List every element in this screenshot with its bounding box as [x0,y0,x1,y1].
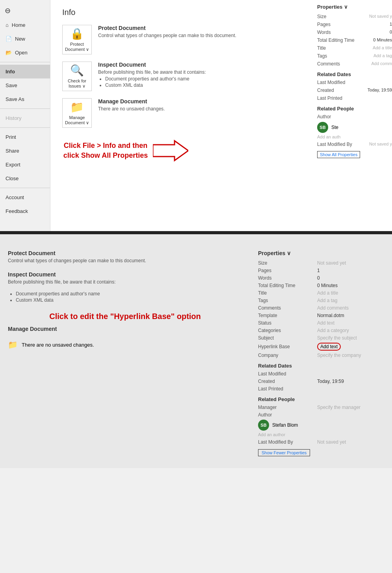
sidebar-item-save[interactable]: Save [0,78,50,92]
divider-2 [0,108,50,109]
author-name-top: Ste [331,125,338,130]
manage-button[interactable]: 📁 ManageDocument ∨ [62,98,92,128]
page-title: Info [62,8,301,17]
inspect-list: Document properties and author's name Cu… [105,76,206,88]
b-prop-size: Size Not saved yet [258,260,384,266]
prop-size: Size Not saved y [317,14,392,19]
inspect-button[interactable]: 🔍 Check forIssues ∨ [62,62,92,91]
divider-3 [0,127,50,128]
author-label-row: Author [317,114,392,119]
date-last-modified: Last Modified [317,80,392,85]
bottom-props-title: Properties ∨ [258,250,384,256]
arrow-right-top [153,139,188,162]
annotation-text-top: Click File > Info and then click Show Al… [62,141,149,161]
bottom-annotation-text: Click to edit the "Hyperlink Base" optio… [8,311,242,322]
related-people-title-top: Related People [317,106,392,112]
manage-desc: There are no unsaved changes. [98,106,165,112]
bottom-protect: Protect Document Control what types of c… [8,250,242,263]
bottom-inspect-list: Document properties and author's name Cu… [16,291,242,303]
bottom-left: Protect Document Control what types of c… [8,250,250,456]
annotation-row-top: Click File > Info and then click Show Al… [62,135,301,166]
show-all-properties-button[interactable]: Show All Properties [317,151,360,158]
b-prop-words: Words 0 [258,275,384,281]
sidebar-item-info[interactable]: Info [0,65,50,78]
bottom-section: Protect Document Control what types of c… [0,233,392,468]
prop-words: Words 0 [317,30,392,35]
inspect-row: 🔍 Check forIssues ∨ Inspect Document Bef… [62,62,301,91]
show-fewer-props-link[interactable]: Show Fewer Properties [258,447,384,456]
inspect-item-2: Custom XML data [105,82,206,88]
sidebar-item-close[interactable]: Close [0,172,50,185]
show-fewer-properties-button[interactable]: Show Fewer Properties [258,449,310,456]
sidebar-item-export[interactable]: Export [0,158,50,172]
prop-editing-time: Total Editing Time 0 Minutes [317,37,392,43]
b-prop-status: Status Add text [258,320,384,326]
manage-label: ManageDocument ∨ [65,115,89,125]
protect-button[interactable]: 🔒 ProtectDocument ∨ [62,25,92,54]
author-row-top: SB Ste [317,122,392,133]
b-prop-template: Template Normal.dotm [258,313,384,318]
author-avatar-top: SB [317,122,328,133]
date-last-printed: Last Printed [317,95,392,101]
bottom-manage-title: Manage Document [8,326,242,332]
b-prop-tags: Tags Add a tag [258,298,384,303]
sidebar: ⊖ ⌂ Home 📄 New 📂 Open Info Save Save As … [0,0,50,231]
bottom-inspect-desc: Before publishing this file, be aware th… [8,279,242,285]
show-all-props-link[interactable]: Show All Properties [317,149,392,158]
prop-title: Title Add a title [317,45,392,51]
b-prop-company: Company Specify the company [258,353,384,358]
b-add-author[interactable]: Add an author [258,432,384,437]
b-author-label-row: Author [258,412,384,418]
properties-panel-top: Properties ∨ Size Not saved y Pages 1 Wo… [313,0,392,231]
bottom-protect-desc: Control what types of changes people can… [8,258,242,263]
sidebar-item-account[interactable]: Account [0,190,50,204]
hyperlink-circle[interactable]: Add text [317,343,341,351]
sidebar-item-feedback[interactable]: Feedback [0,204,50,218]
b-related-dates-title: Related Dates [258,363,384,369]
main-content-top: Info 🔒 ProtectDocument ∨ Protect Documen… [50,0,313,231]
inspect-label: Check forIssues ∨ [68,78,86,89]
b-date-last-printed: Last Printed [258,386,384,392]
b-prop-editing-time: Total Editing Time 0 Minutes [258,283,384,288]
b-prop-comments: Comments Add comments [258,305,384,311]
home-icon: ⌂ [6,22,9,28]
protect-desc: Control what types of changes people can… [98,33,236,38]
sidebar-item-home[interactable]: ⌂ Home [0,18,50,32]
last-modified-by-row-top: Last Modified By Not saved y [317,142,392,147]
b-author-row: SB Stefan Blom [258,420,384,431]
properties-fields-top: Size Not saved y Pages 1 Words 0 Total E… [317,14,392,67]
date-created: Created Today, 19:59 [317,88,392,93]
inspect-icon: 🔍 [70,64,84,77]
properties-title-top: Properties ∨ [317,4,392,10]
bottom-protect-title: Protect Document [8,250,242,256]
protect-text: Protect Document Control what types of c… [98,25,236,39]
b-date-created: Created Today, 19:59 [258,379,384,384]
divider-1 [0,62,50,62]
b-last-modified-by: Last Modified By Not saved yet [258,439,384,445]
divider-4 [0,188,50,188]
prop-pages: Pages 1 [317,22,392,27]
svg-marker-0 [153,141,188,161]
b-prop-categories: Categories Add a category [258,328,384,333]
b-author-name: Stefan Blom [272,422,298,428]
sidebar-item-open[interactable]: 📂 Open [0,46,50,60]
add-author-top[interactable]: Add an auth [317,134,392,139]
sidebar-item-history: History [0,111,50,125]
sidebar-item-print[interactable]: Print [0,130,50,144]
b-prop-subject: Subject Specify the subject [258,335,384,341]
sidebar-item-share[interactable]: Share [0,144,50,158]
manage-title: Manage Document [98,98,165,105]
bottom-inspect-title: Inspect Document [8,271,242,278]
sidebar-item-save-as[interactable]: Save As [0,92,50,106]
inspect-desc: Before publishing this file, be aware th… [98,69,206,75]
hyperlink-value: Add text [320,344,338,349]
bottom-manage-desc: There are no unsaved changes. [22,342,94,348]
protect-icon: 🔒 [70,27,84,40]
bottom-inspect-item-1: Document properties and author's name [16,291,242,297]
back-button[interactable]: ⊖ [0,3,50,18]
sidebar-item-new[interactable]: 📄 New [0,32,50,46]
manage-row: 📁 ManageDocument ∨ Manage Document There… [62,98,301,128]
inspect-item-1: Document properties and author's name [105,76,206,82]
b-prop-hyperlink-base[interactable]: Hyperlink Base Add text [258,343,384,351]
bottom-properties: Properties ∨ Size Not saved yet Pages 1 … [258,250,384,456]
